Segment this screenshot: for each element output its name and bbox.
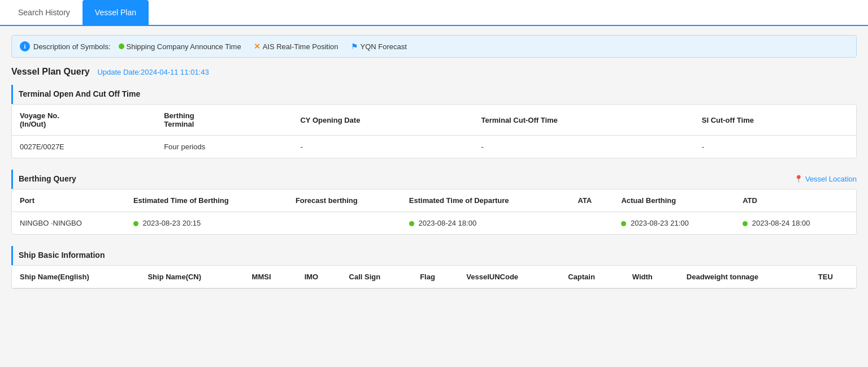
ship-basic-title: Ship Basic Information bbox=[11, 246, 857, 265]
dot-green-atd-icon bbox=[743, 221, 748, 226]
berthing-section: Berthing Query 📍 Vessel Location Port Es… bbox=[11, 170, 857, 235]
cell-actual-berthing: 2023-08-23 21:00 bbox=[613, 212, 735, 235]
terminal-section-title: Terminal Open And Cut Off Time bbox=[11, 85, 857, 104]
th-ship-name-en: Ship Name(English) bbox=[12, 266, 140, 288]
th-atd: ATD bbox=[735, 189, 856, 212]
berthing-header-row: Port Estimated Time of Berthing Forecast… bbox=[12, 189, 856, 212]
etb-value: 2023-08-23 20:15 bbox=[143, 219, 201, 227]
vessel-location-link[interactable]: 📍 Vessel Location bbox=[794, 175, 857, 183]
ship-basic-table-wrap: Ship Name(English) Ship Name(CN) MMSI IM… bbox=[11, 265, 857, 289]
th-width: Width bbox=[624, 266, 679, 288]
th-ata: ATA bbox=[570, 189, 613, 212]
location-pin-icon: 📍 bbox=[794, 175, 803, 183]
th-ship-name-cn: Ship Name(CN) bbox=[140, 266, 244, 288]
th-captain: Captain bbox=[560, 266, 624, 288]
th-berthing-terminal: BerthingTerminal bbox=[156, 105, 292, 136]
cross-orange-icon: ✕ bbox=[254, 42, 261, 51]
berthing-table-wrap: Port Estimated Time of Berthing Forecast… bbox=[11, 189, 857, 235]
query-title: Vessel Plan Query bbox=[11, 67, 90, 76]
th-teu: TEU bbox=[810, 266, 856, 288]
th-mmsi: MMSI bbox=[244, 266, 297, 288]
th-flag: Flag bbox=[412, 266, 458, 288]
cell-port: NINGBO ·NINGBO bbox=[12, 212, 125, 235]
query-header: Vessel Plan Query Update Date:2024-04-11… bbox=[11, 67, 857, 77]
symbol-ais-label: AIS Real-Time Position bbox=[263, 42, 338, 51]
symbol-shipping-label: Shipping Company Announce Time bbox=[127, 42, 241, 51]
th-etb: Estimated Time of Berthing bbox=[125, 189, 288, 212]
ship-basic-section: Ship Basic Information Ship Name(English… bbox=[11, 246, 857, 289]
flag-blue-icon: ⚑ bbox=[351, 42, 358, 51]
dot-green-etb-icon bbox=[133, 221, 138, 226]
cell-etd: 2023-08-24 18:00 bbox=[401, 212, 570, 235]
symbol-shipping: Shipping Company Announce Time bbox=[119, 42, 241, 51]
th-cy-opening: CY Opening Date bbox=[292, 105, 473, 136]
cell-atd: 2023-08-24 18:00 bbox=[735, 212, 856, 235]
table-row: 0027E/0027E Four periods - - - bbox=[12, 136, 856, 158]
berthing-table: Port Estimated Time of Berthing Forecast… bbox=[12, 189, 856, 234]
ship-basic-header-row: Ship Name(English) Ship Name(CN) MMSI IM… bbox=[12, 266, 856, 288]
terminal-title-text: Terminal Open And Cut Off Time bbox=[19, 89, 140, 98]
terminal-section: Terminal Open And Cut Off Time Voyage No… bbox=[11, 85, 857, 158]
cell-cy-opening: - bbox=[292, 136, 473, 158]
vessel-location-label: Vessel Location bbox=[805, 175, 857, 183]
cell-terminal: Four periods bbox=[156, 136, 292, 158]
ship-basic-title-text: Ship Basic Information bbox=[19, 251, 105, 260]
berthing-title-text: Berthing Query bbox=[19, 174, 76, 183]
tab-vessel-plan[interactable]: Vessel Plan bbox=[83, 0, 149, 25]
cell-terminal-cutoff: - bbox=[474, 136, 694, 158]
terminal-table-wrap: Voyage No.(In/Out) BerthingTerminal CY O… bbox=[11, 104, 857, 158]
th-deadweight: Deadweight tonnage bbox=[679, 266, 810, 288]
th-actual-berthing: Actual Berthing bbox=[613, 189, 735, 212]
table-row: NINGBO ·NINGBO 2023-08-23 20:15 2023-08-… bbox=[12, 212, 856, 235]
cell-forecast bbox=[288, 212, 401, 235]
symbol-yqn-label: YQN Forecast bbox=[361, 42, 407, 51]
tab-search-history[interactable]: Search History bbox=[6, 0, 83, 25]
cell-ata bbox=[570, 212, 613, 235]
berthing-section-title: Berthing Query 📍 Vessel Location bbox=[11, 170, 857, 189]
etd-value: 2023-08-24 18:00 bbox=[418, 219, 476, 227]
dot-green-actual-icon bbox=[621, 221, 626, 226]
actual-berthing-value: 2023-08-23 21:00 bbox=[631, 219, 689, 227]
info-banner: i Description of Symbols: Shipping Compa… bbox=[11, 35, 857, 58]
update-date: Update Date:2024-04-11 11:01:43 bbox=[97, 68, 209, 76]
symbol-ais: ✕ AIS Real-Time Position bbox=[254, 42, 338, 51]
th-vessel-un-code: VesselUNCode bbox=[458, 266, 560, 288]
terminal-header-row: Voyage No.(In/Out) BerthingTerminal CY O… bbox=[12, 105, 856, 136]
terminal-table: Voyage No.(In/Out) BerthingTerminal CY O… bbox=[12, 105, 856, 158]
atd-value: 2023-08-24 18:00 bbox=[752, 219, 810, 227]
th-terminal-cutoff: Terminal Cut-Off Time bbox=[474, 105, 694, 136]
main-content: i Description of Symbols: Shipping Compa… bbox=[0, 26, 868, 309]
description-prefix: Description of Symbols: bbox=[33, 42, 111, 51]
cell-si-cutoff: - bbox=[694, 136, 856, 158]
th-si-cutoff: SI Cut-off Time bbox=[694, 105, 856, 136]
ship-basic-table: Ship Name(English) Ship Name(CN) MMSI IM… bbox=[12, 266, 856, 288]
tabs-container: Search History Vessel Plan bbox=[0, 0, 868, 26]
dot-green-etd-icon bbox=[409, 221, 414, 226]
th-voyage: Voyage No.(In/Out) bbox=[12, 105, 156, 136]
dot-green-icon bbox=[119, 44, 124, 49]
symbol-yqn: ⚑ YQN Forecast bbox=[351, 42, 407, 51]
info-icon: i bbox=[20, 41, 30, 51]
th-imo: IMO bbox=[297, 266, 341, 288]
th-etd: Estimated Time of Departure bbox=[401, 189, 570, 212]
cell-voyage: 0027E/0027E bbox=[12, 136, 156, 158]
th-forecast: Forecast berthing bbox=[288, 189, 401, 212]
th-call-sign: Call Sign bbox=[341, 266, 413, 288]
cell-etb: 2023-08-23 20:15 bbox=[125, 212, 288, 235]
th-port: Port bbox=[12, 189, 125, 212]
